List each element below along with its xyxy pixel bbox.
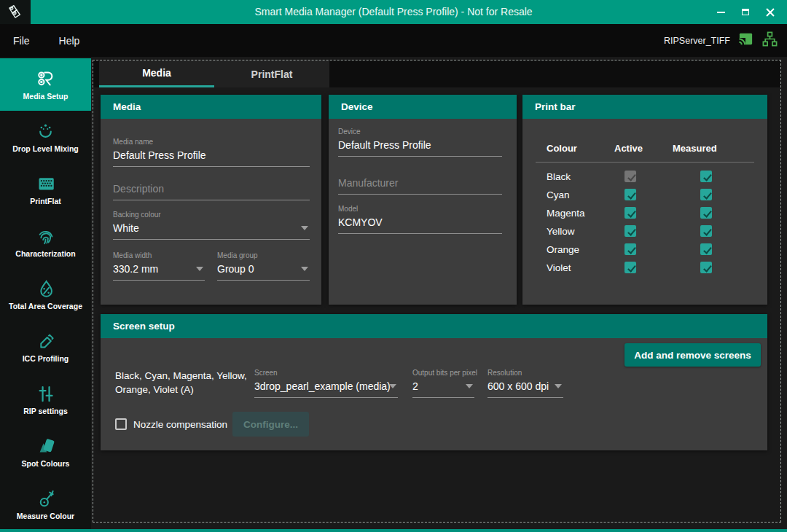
measured-checkbox[interactable] [700, 207, 712, 219]
print-bar-row-black: Black [522, 168, 767, 186]
minimize-button[interactable] [708, 0, 733, 24]
menubar: File Help RIPServer_TIFF [0, 24, 787, 57]
tabstrip: Media PrintFlat [93, 60, 780, 87]
media-width-dropdown[interactable]: Media width 330.2 mm [113, 251, 205, 281]
dropdown-arrow-icon [466, 384, 473, 388]
media-name-field[interactable]: Media name Default Press Profile [113, 138, 310, 167]
active-checkbox[interactable] [624, 243, 636, 255]
window-bottom-accent [0, 529, 787, 532]
screen-setup-panel: Screen setup Add and remove screens Blac… [101, 314, 767, 450]
print-bar-row-cyan: Cyan [522, 186, 767, 204]
window-title: Smart Media Manager (Default Press Profi… [0, 0, 787, 24]
media-panel: Media Media name Default Press Profile D… [101, 95, 321, 305]
print-bar-row-magenta: Magenta [522, 204, 767, 222]
sidebar: Media Setup Drop Level Mixing [0, 57, 91, 529]
measured-checkbox[interactable] [700, 189, 712, 200]
print-bar-panel: Print bar Colour Active Measured Black C… [522, 95, 767, 305]
dropdown-arrow-icon [301, 267, 308, 271]
column-header-colour: Colour [547, 143, 577, 154]
halftone-square-icon [36, 173, 55, 193]
column-header-active: Active [614, 143, 643, 154]
dropdown-arrow-icon [301, 226, 308, 230]
description-field[interactable]: Description [113, 183, 310, 200]
tab-media[interactable]: Media [99, 60, 214, 87]
sliders-icon [36, 383, 55, 403]
sidebar-item-media-setup[interactable]: Media Setup [0, 58, 91, 111]
network-icon[interactable] [761, 31, 778, 50]
menu-file[interactable]: File [13, 35, 30, 47]
manufacturer-field[interactable]: Manufacturer [338, 177, 502, 195]
titlebar: Smart Media Manager (Default Press Profi… [0, 0, 787, 24]
maximize-button[interactable] [733, 0, 758, 24]
sidebar-item-spot-colours[interactable]: Spot Colours [0, 426, 91, 478]
dropdown-arrow-icon [196, 267, 203, 271]
cast-icon[interactable] [737, 31, 754, 50]
print-bar-panel-title: Print bar [522, 95, 767, 119]
app-window: Smart Media Manager (Default Press Profi… [0, 0, 787, 532]
sidebar-item-total-area-coverage[interactable]: Total Area Coverage [0, 268, 91, 321]
server-name: RIPServer_TIFF [664, 36, 730, 46]
measured-checkbox[interactable] [700, 171, 712, 182]
measured-checkbox[interactable] [700, 225, 712, 237]
active-checkbox[interactable] [624, 207, 636, 219]
sidebar-item-rip-settings[interactable]: RIP settings [0, 373, 91, 426]
channel-list: Black, Cyan, Magenta, Yellow, Orange, Vi… [115, 369, 261, 396]
active-checkbox[interactable] [624, 189, 636, 200]
configure-button[interactable]: Configure... [232, 412, 309, 437]
device-field[interactable]: Device Default Press Profile [338, 128, 502, 157]
active-checkbox[interactable] [624, 262, 636, 273]
active-checkbox[interactable] [624, 171, 636, 182]
print-bar-row-violet: Violet [522, 259, 767, 277]
close-button[interactable] [758, 0, 783, 24]
droplet-percent-icon [36, 278, 55, 298]
sidebar-item-printflat[interactable]: PrintFlat [0, 163, 91, 216]
maximize-icon [742, 9, 749, 15]
sidebar-item-characterization[interactable]: Characterization [0, 216, 91, 268]
sidebar-item-icc-profiling[interactable]: ICC Profiling [0, 321, 91, 373]
pen-icon [36, 331, 55, 351]
dropdown-arrow-icon [389, 384, 396, 388]
swatch-icon [36, 436, 55, 455]
screen-dropdown[interactable]: Screen 3drop_pearl_example (media) [254, 369, 398, 398]
output-bits-dropdown[interactable]: Output bits per pixel 2 [412, 369, 474, 398]
device-panel-title: Device [329, 95, 517, 119]
close-icon [766, 8, 775, 17]
add-remove-screens-button[interactable]: Add and remove screens [624, 343, 761, 367]
device-panel: Device Device Default Press Profile Manu… [329, 95, 517, 305]
backing-colour-dropdown[interactable]: Backing colour White [113, 211, 310, 240]
tab-printflat[interactable]: PrintFlat [214, 60, 329, 87]
print-bar-row-yellow: Yellow [522, 222, 767, 240]
print-bar-row-orange: Orange [522, 240, 767, 259]
sidebar-item-measure-colour[interactable]: Measure Colour [0, 478, 91, 531]
active-checkbox[interactable] [624, 225, 636, 237]
content-area: Media PrintFlat Media Media name Default… [93, 60, 781, 523]
menu-help[interactable]: Help [59, 35, 80, 47]
sidebar-item-drop-level-mixing[interactable]: Drop Level Mixing [0, 111, 91, 163]
fingerprint-icon [36, 226, 55, 246]
divider [536, 162, 754, 163]
nozzle-compensation-checkbox[interactable] [115, 418, 127, 430]
dropdown-arrow-icon [555, 384, 562, 388]
measure-colour-icon [36, 488, 55, 508]
minimize-icon [717, 12, 725, 13]
drops-icon [36, 121, 55, 141]
resolution-dropdown[interactable]: Resolution 600 x 600 dpi [488, 369, 563, 398]
model-field[interactable]: Model KCMYOV [338, 205, 502, 234]
measured-checkbox[interactable] [700, 243, 712, 255]
measured-checkbox[interactable] [700, 262, 712, 273]
media-panel-title: Media [101, 95, 321, 119]
media-group-dropdown[interactable]: Media group Group 0 [217, 251, 310, 281]
menubar-status: RIPServer_TIFF [664, 24, 778, 57]
media-roll-icon [36, 69, 55, 88]
column-header-measured: Measured [673, 143, 717, 154]
window-controls [708, 0, 783, 24]
screen-setup-panel-title: Screen setup [101, 314, 767, 338]
nozzle-compensation-row: Nozzle compensation [115, 418, 227, 430]
